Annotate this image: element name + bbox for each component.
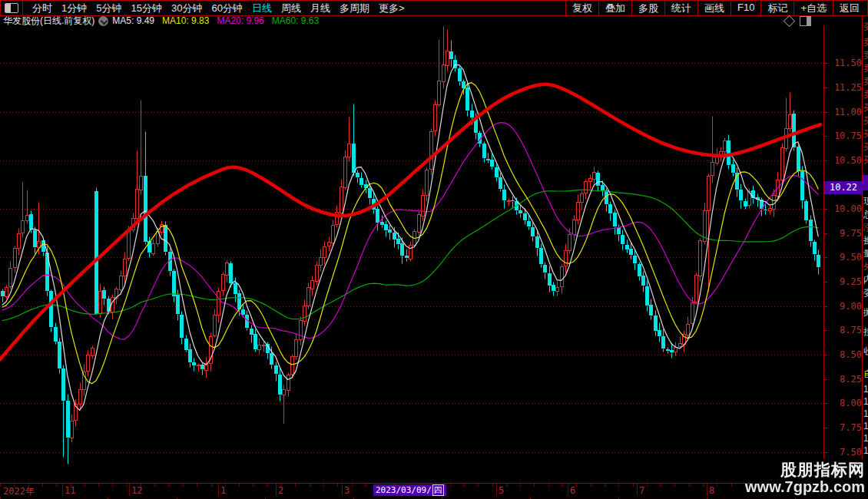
time-axis-minor-tick [267, 484, 268, 487]
marked-date-badge: 2023/03/09/四 [373, 484, 446, 496]
time-axis-minor-tick [98, 484, 99, 487]
watermark-site-url: www.7gpzb.com [745, 478, 865, 496]
time-axis-minor-tick [591, 484, 591, 487]
price-axis-tick [824, 257, 827, 258]
price-axis-tick [824, 355, 827, 355]
time-axis-minor-tick [506, 484, 507, 487]
tools-menu-item-0[interactable]: 复权 [565, 2, 598, 15]
time-axis-minor-tick [717, 484, 717, 487]
quote-sliver-text: 委 [863, 287, 868, 298]
price-axis-tick [824, 403, 827, 404]
period-menu-item-5[interactable]: 60分钟 [207, 2, 247, 15]
period-menu-item-8[interactable]: 月线 [306, 2, 335, 15]
month-separator-line [637, 484, 638, 496]
price-axis-tick [824, 233, 827, 234]
quote-sliver-text: 涨 [863, 222, 868, 233]
quote-sliver-text: 1 [863, 396, 868, 407]
period-menu-item-0[interactable]: 分时 [28, 2, 57, 15]
time-axis-minor-tick [562, 484, 563, 487]
period-menu: 分时1分钟5分钟15分钟30分钟60分钟日线周线月线多周期更多> [28, 2, 565, 15]
quote-sliver-text: 1 [863, 408, 868, 419]
price-axis-label: 11.50 [827, 58, 862, 68]
month-label: 8 [709, 485, 714, 496]
tools-menu-item-5[interactable]: F10 [731, 2, 760, 15]
price-axis-label: 8.50 [827, 349, 862, 360]
month-separator-line [62, 484, 63, 496]
time-axis-minor-tick [84, 484, 85, 487]
month-separator-line [342, 484, 343, 496]
time-axis-minor-tick [169, 484, 170, 487]
tools-menu-item-2[interactable]: 多股 [631, 2, 664, 15]
tools-menu-item-1[interactable]: 叠加 [598, 2, 631, 15]
marked-price-badge: 10.22 [824, 181, 863, 194]
price-axis-label: 10.75 [827, 131, 862, 141]
time-axis-minor-tick [56, 484, 57, 487]
price-axis-tick [824, 428, 827, 428]
time-axis-minor-tick [14, 484, 15, 487]
price-axis-tick [824, 306, 827, 307]
month-separator-line [218, 484, 219, 496]
quote-sliver-text: 1 [863, 433, 868, 444]
time-axis-minor-tick [337, 484, 338, 487]
time-axis-minor-tick [661, 484, 661, 487]
ma-legend-item-3: MA60: 9.63 [272, 15, 319, 26]
time-axis-minor-tick [42, 484, 43, 487]
time-axis-minor-tick [253, 484, 253, 487]
month-separator-line [496, 484, 497, 496]
month-separator-line [276, 484, 277, 496]
quote-sliver-text: 量 [863, 248, 868, 259]
period-menu-item-1[interactable]: 1分钟 [57, 2, 91, 15]
time-axis-minor-tick [492, 484, 493, 487]
time-axis-minor-tick [674, 484, 675, 487]
tools-menu-item-8[interactable]: 返回 [833, 2, 866, 15]
month-label: 1 [220, 485, 226, 496]
quote-sliver-text: 买 [863, 128, 868, 139]
candlestick-chart[interactable] [0, 25, 823, 483]
period-menu-item-4[interactable]: 30分钟 [167, 2, 207, 15]
period-menu-item-9[interactable]: 多周期 [335, 2, 374, 15]
time-axis-minor-tick [366, 484, 366, 487]
price-axis-tick [824, 160, 827, 161]
price-axis-label: 10.50 [827, 155, 862, 166]
chevron-down-icon[interactable] [98, 16, 108, 26]
tools-menu-item-6[interactable]: 标记 [760, 2, 793, 15]
quote-sliver-text: 卖 [863, 37, 868, 48]
watermark-site-name: 股朋指标网 [780, 461, 865, 478]
time-axis-minor-tick [520, 484, 521, 487]
layout-toggle-button[interactable] [1, 1, 23, 15]
price-axis-tick [824, 63, 827, 64]
month-label: 5 [499, 485, 504, 496]
period-menu-item-3[interactable]: 15分钟 [126, 2, 166, 15]
quote-sliver-text: 总 [863, 209, 868, 220]
quote-sliver-text: 买 [863, 154, 868, 165]
price-axis-label: 9.75 [827, 228, 862, 239]
quote-sliver-text: 收 [863, 345, 868, 356]
quote-sliver-text: 现 [863, 196, 868, 207]
quote-sliver-text: 1 [863, 384, 868, 395]
ma-legend-item-1: MA10: 9.83 [162, 15, 209, 26]
price-axis-label: 8.00 [827, 398, 862, 408]
price-axis-tick [824, 282, 827, 283]
month-separator-line [568, 484, 568, 496]
period-menu-item-10[interactable]: 更多> [374, 2, 409, 15]
time-axis-minor-tick [534, 484, 535, 487]
tools-menu-item-7[interactable]: +自选 [793, 2, 833, 15]
time-axis-minor-tick [154, 484, 155, 487]
month-label: 7 [639, 485, 644, 496]
quote-sliver-text: 委 [863, 21, 868, 31]
tools-menu-item-4[interactable]: 画线 [697, 2, 731, 15]
time-axis-minor-tick [605, 484, 605, 487]
period-menu-item-7[interactable]: 周线 [277, 2, 306, 15]
time-axis-minor-tick [127, 484, 128, 487]
month-label: 2 [278, 485, 283, 496]
month-label: 11 [65, 485, 75, 496]
price-axis-label: 9.25 [827, 276, 862, 287]
tools-menu-item-3[interactable]: 统计 [664, 2, 697, 15]
price-axis-tick [824, 209, 827, 210]
time-axis-minor-tick [618, 484, 619, 487]
quote-sliver-text: 外 [863, 261, 868, 272]
quote-sliver-text: 卖 [863, 89, 868, 100]
period-menu-item-2[interactable]: 5分钟 [91, 2, 126, 15]
time-axis-minor-tick [464, 484, 465, 487]
period-menu-item-6[interactable]: 日线 [247, 2, 277, 15]
